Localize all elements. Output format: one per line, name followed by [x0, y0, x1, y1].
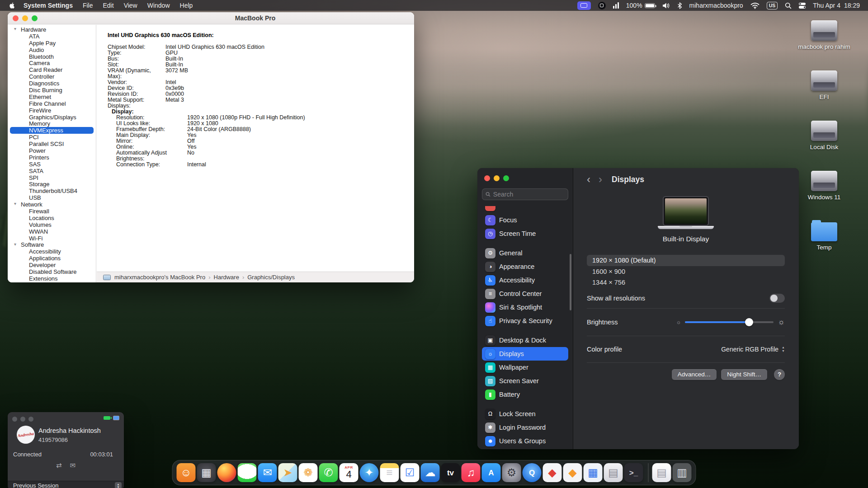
- sidebar-item-battery[interactable]: ▮ Battery: [482, 388, 568, 401]
- sysinfo-sidebar-row[interactable]: Fibre Channel: [10, 100, 94, 107]
- dock-firefox[interactable]: [217, 463, 236, 482]
- resolution-option[interactable]: 868 × 488 (Default): [587, 255, 785, 266]
- sidebar-item-screen-saver[interactable]: ▧ Screen Saver: [482, 374, 568, 388]
- device-name[interactable]: miharxmacbookpro: [689, 2, 743, 9]
- wifi-icon[interactable]: [750, 2, 760, 9]
- dock-weather[interactable]: ☁: [421, 463, 440, 482]
- dock-mail[interactable]: ✉: [258, 463, 277, 482]
- sysinfo-sidebar-row[interactable]: Power: [10, 147, 94, 154]
- sysinfo-sidebar-row[interactable]: NVMExpress: [10, 127, 94, 134]
- brightness-slider[interactable]: [685, 321, 774, 323]
- dock-opencore-configurator[interactable]: ◆: [543, 463, 562, 482]
- session-picker[interactable]: Previous Session: [8, 481, 124, 488]
- dock-photos[interactable]: ❁: [299, 463, 318, 482]
- volume-efi[interactable]: EFI: [811, 70, 837, 121]
- sidebar-item-lock-screen[interactable]: Ω Lock Screen: [482, 407, 568, 421]
- sidebar-item-appearance[interactable]: ◑ Appearance: [482, 260, 568, 273]
- menu-item[interactable]: Edit: [103, 2, 114, 9]
- breadcrumb-item[interactable]: Hardware: [205, 274, 239, 281]
- zoom-button[interactable]: [28, 417, 33, 422]
- screen-recording-stop-icon[interactable]: [598, 2, 606, 9]
- sysinfo-sidebar-row[interactable]: Card Reader: [10, 66, 94, 73]
- menu-bar-clock[interactable]: Thu Apr 4 18:29: [813, 2, 860, 9]
- sysinfo-sidebar-row[interactable]: Volumes: [10, 221, 94, 228]
- dock-reminders[interactable]: ☑: [401, 463, 420, 482]
- sysinfo-sidebar-row[interactable]: Network: [10, 201, 94, 208]
- sysinfo-sidebar-row[interactable]: SATA: [10, 168, 94, 174]
- sysinfo-sidebar-row[interactable]: Disc Burning: [10, 87, 94, 94]
- dock-utility-app[interactable]: ▤: [604, 463, 623, 482]
- sysinfo-sidebar-row[interactable]: Software: [10, 242, 94, 249]
- dock-maps[interactable]: ➤: [278, 463, 297, 482]
- control-center-icon[interactable]: [799, 3, 806, 9]
- sysinfo-sidebar-row[interactable]: PCI: [10, 134, 94, 141]
- volume-macbook-pro-rahim[interactable]: macbook pro rahim: [798, 20, 850, 70]
- sidebar-item-displays[interactable]: ☼ Displays: [482, 347, 568, 361]
- dock-system-settings[interactable]: ⚙: [502, 463, 521, 482]
- apple-menu[interactable]: [9, 2, 15, 9]
- sysinfo-sidebar-row[interactable]: Applications: [10, 255, 94, 262]
- advanced-button[interactable]: Advanced…: [672, 369, 717, 380]
- menu-item[interactable]: Window: [147, 2, 170, 9]
- breadcrumb-item[interactable]: miharxmacbookpro's MacBook Pro: [114, 274, 205, 281]
- folder-temp[interactable]: Temp: [811, 221, 837, 271]
- disclosure-triangle-icon[interactable]: [14, 242, 16, 247]
- dock-music[interactable]: ♫: [462, 463, 481, 482]
- dock-quicktime[interactable]: Q: [523, 463, 542, 482]
- sysinfo-sidebar-row[interactable]: Firewall: [10, 208, 94, 215]
- sidebar-scrollbar[interactable]: [570, 254, 571, 310]
- sysinfo-sidebar-row[interactable]: Printers: [10, 154, 94, 161]
- sysinfo-sidebar-row[interactable]: Audio: [10, 47, 94, 53]
- close-button[interactable]: [12, 417, 17, 422]
- dock-safari[interactable]: ✦: [360, 463, 379, 482]
- dock-document[interactable]: ▤: [648, 463, 671, 482]
- sysinfo-sidebar-row[interactable]: ATA: [10, 33, 94, 40]
- volume-local-disk[interactable]: Local Disk: [810, 121, 838, 171]
- volume-icon[interactable]: [662, 3, 670, 9]
- sysinfo-sidebar-row[interactable]: Memory: [10, 120, 94, 127]
- sidebar-item-general[interactable]: ⚙ General: [482, 246, 568, 260]
- input-source-indicator[interactable]: US: [767, 2, 778, 9]
- sidebar-item-focus[interactable]: ☾ Focus: [482, 213, 568, 227]
- sysinfo-sidebar-row[interactable]: Thunderbolt/USB4: [10, 188, 94, 194]
- sidebar-item-accessibility[interactable]: ♿ Accessibility: [482, 273, 568, 287]
- sidebar-item-screen-time[interactable]: ◷ Screen Time: [482, 227, 568, 240]
- window-titlebar[interactable]: MacBook Pro: [8, 12, 414, 24]
- dock-terminal[interactable]: >_: [624, 463, 643, 482]
- minimize-button[interactable]: [494, 175, 500, 181]
- minimize-button[interactable]: [20, 417, 25, 422]
- disclosure-triangle-icon[interactable]: [14, 26, 16, 31]
- back-button[interactable]: ‹: [583, 174, 594, 185]
- dock-tv[interactable]: tv: [441, 463, 460, 482]
- help-button[interactable]: ?: [774, 369, 785, 380]
- bluetooth-icon[interactable]: [677, 2, 682, 9]
- dock-facetime[interactable]: ✆: [319, 463, 338, 482]
- zoom-button[interactable]: [503, 175, 509, 181]
- sidebar-item-wallpaper[interactable]: ▦ Wallpaper: [482, 361, 568, 374]
- search-field[interactable]: [482, 188, 568, 200]
- brightness-knob[interactable]: [745, 318, 753, 326]
- sysinfo-sidebar-row[interactable]: Apple Pay: [10, 40, 94, 47]
- sysinfo-sidebar-row[interactable]: Extensions: [10, 275, 94, 282]
- sidebar-item-siri-spotlight[interactable]: Siri & Spotlight: [482, 300, 568, 314]
- resolution-option[interactable]: 1600 × 900: [587, 266, 785, 277]
- sysinfo-sidebar-row[interactable]: Graphics/Displays: [10, 114, 94, 121]
- sidebar-item-control-center[interactable]: ≡ Control Center: [482, 287, 568, 300]
- minimize-button[interactable]: [22, 15, 28, 21]
- breadcrumb-item[interactable]: Graphics/Displays: [239, 274, 295, 281]
- resolution-option[interactable]: 1344 × 756: [587, 277, 785, 288]
- sidebar-item-desktop-dock[interactable]: ▣ Desktop & Dock: [482, 333, 568, 347]
- sidebar-item-privacy-security[interactable]: ☝ Privacy & Security: [482, 314, 568, 328]
- sysinfo-sidebar-row[interactable]: WWAN: [10, 228, 94, 235]
- dock-calendar[interactable]: APR 4: [340, 463, 359, 482]
- show-all-resolutions-toggle[interactable]: [769, 294, 785, 303]
- sysinfo-sidebar-row[interactable]: Parallel SCSI: [10, 141, 94, 147]
- dock-launchpad[interactable]: ▦: [197, 463, 216, 482]
- dock-messages[interactable]: [238, 463, 257, 482]
- sysinfo-sidebar-row[interactable]: Storage: [10, 181, 94, 188]
- disclosure-triangle-icon[interactable]: [14, 201, 16, 206]
- activity-chart-icon[interactable]: [613, 2, 619, 9]
- close-button[interactable]: [484, 175, 490, 181]
- dock-notes[interactable]: ≡: [380, 463, 399, 482]
- sidebar-item-users-groups[interactable]: ☻ Users & Groups: [482, 434, 568, 448]
